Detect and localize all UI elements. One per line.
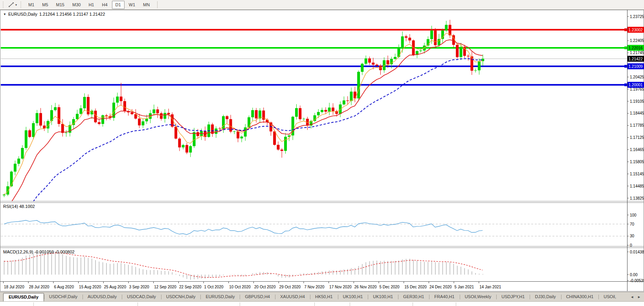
price-badge-text-resistance-green: 1.22016 [629,46,643,50]
chart-canvas[interactable]: 1.237251.224051.217451.204251.197651.191… [0,10,644,292]
svg-text:15 Dec 2020: 15 Dec 2020 [404,285,427,289]
chart-tab-xauusd-h4-7[interactable]: XAUUSD,H4 [275,292,310,301]
rsi-pane-label: RSI(14) 48.1002 [3,204,35,209]
svg-text:1.19105: 1.19105 [630,99,644,104]
chart-tab-usdcnh-daily-4[interactable]: USDCNH,Daily [161,292,201,301]
svg-text:1.23725: 1.23725 [630,15,644,19]
chart-window: 1.237251.224051.217451.204251.197651.191… [0,10,644,292]
price-badge-text-support-blue-1: 1.21009 [629,64,643,69]
level-handle-resistance-red[interactable] [624,28,627,31]
svg-text:20 Oct 2020: 20 Oct 2020 [254,285,276,289]
chart-tab-usoil--17[interactable]: USOil, [598,292,621,301]
caret-down-icon[interactable]: ▾ [15,3,17,7]
level-handle-resistance-green[interactable] [624,46,627,49]
svg-text:5 Jan 2021: 5 Jan 2021 [455,285,474,289]
chart-title: ▼ EURUSD,Daily 1.21264 1.21456 1.21147 1… [3,12,105,16]
chart-tab-eurusd-daily-5[interactable]: EURUSD,Daily [200,292,240,301]
svg-text:1.22405: 1.22405 [630,38,644,43]
svg-text:5 Dec 2020: 5 Dec 2020 [380,285,400,289]
svg-text:30: 30 [630,234,635,238]
chart-tab-usdjpy-h1-14[interactable]: USDJPY,H1 [496,292,530,301]
svg-text:10 Oct 2020: 10 Oct 2020 [229,285,251,289]
timeframe-button-m15[interactable]: M15 [53,1,68,9]
chart-frame [0,10,644,291]
svg-text:1.20425: 1.20425 [630,75,644,79]
timeframe-button-m30[interactable]: M30 [69,1,84,9]
chart-tab-eurusd-daily-0[interactable]: EURUSD,Daily [3,293,44,301]
status-bar [0,301,644,306]
svg-text:70: 70 [630,222,635,226]
rsi-line [4,220,483,235]
line-tool-button[interactable]: ▾ [7,1,18,8]
chart-tab-ger30-h1-11[interactable]: GER30,H1 [398,292,429,301]
price-badge-text-support-blue-2: 1.20001 [629,83,643,87]
svg-text:-0.005396: -0.005396 [630,279,644,283]
toolbar-grip-2[interactable] [20,2,22,8]
svg-text:1.14485: 1.14485 [630,184,644,188]
timeframe-button-m1[interactable]: M1 [25,1,38,9]
svg-text:1.18445: 1.18445 [630,111,644,115]
svg-text:0.014384: 0.014384 [630,250,644,254]
timeframe-button-m5[interactable]: M5 [39,1,51,9]
timeframe-button-h1[interactable]: H1 [85,1,97,9]
chart-tab-hk50-h1-8[interactable]: HK50,H1 [310,292,338,301]
date-axis: 18 Jul 202028 Jul 20206 Aug 202015 Aug 2… [4,282,501,289]
chart-tab-china300-h1-16[interactable]: CHINA300,H1 [561,292,599,301]
chart-tab-gbpusd-h4-6[interactable]: GBPUSD,H4 [240,292,275,301]
chart-tab-usdchf-daily-1[interactable]: USDCHF,Daily [44,292,83,301]
price-axis: 1.237251.224051.217451.204251.197651.191… [627,10,644,291]
collapse-triangle-icon[interactable]: ▼ [3,13,6,16]
svg-text:1.17785: 1.17785 [630,123,644,128]
svg-text:22 Sep 2020: 22 Sep 2020 [179,285,202,289]
svg-text:1.15805: 1.15805 [630,160,644,164]
tab-scroll-right-icon[interactable]: ► [636,294,642,300]
svg-text:15 Aug 2020: 15 Aug 2020 [79,285,101,289]
chart-tab-usoil-weekly-13[interactable]: USOil,Weekly [460,292,497,301]
svg-text:100: 100 [630,213,637,217]
svg-text:17 Nov 2020: 17 Nov 2020 [329,285,352,289]
rsi-indicator-name: RSI(14) [3,204,18,209]
svg-text:25 Aug 2020: 25 Aug 2020 [104,285,127,289]
timeframe-button-group: M1M5M15M30H1H4D1W1MN [24,1,154,9]
svg-text:29 Oct 2020: 29 Oct 2020 [279,285,301,289]
price-badge-text-current-bid: 1.21422 [629,57,643,61]
chart-symbol-label: EURUSD,Daily [8,12,37,16]
svg-text:7 Nov 2020: 7 Nov 2020 [304,285,325,289]
svg-text:1.17125: 1.17125 [630,135,644,140]
level-handle-support-blue-1[interactable] [624,65,627,68]
macd-indicator-values: -0.001059 -0.000802 [34,250,74,254]
timeframe-button-h4[interactable]: H4 [98,1,111,9]
chart-tab-dj30-daily-15[interactable]: DJ30,Daily [530,292,561,301]
svg-text:26 Nov 2020: 26 Nov 2020 [354,285,377,289]
svg-text:28 Jul 2020: 28 Jul 2020 [29,285,50,289]
timeframe-button-d1[interactable]: D1 [112,1,125,9]
toolbar-grip[interactable] [3,2,5,8]
svg-text:12 Sep 2020: 12 Sep 2020 [154,285,176,289]
chart-tab-uk100-h1-10[interactable]: UK100,H1 [368,292,398,301]
svg-text:24 Dec 2020: 24 Dec 2020 [429,285,452,289]
macd-indicator-name: MACD(12,26,9) [3,250,33,254]
tab-scroll-left-icon[interactable]: ◄ [629,294,635,300]
chart-tab-usdcad-daily-3[interactable]: USDCAD,Daily [122,292,161,301]
svg-text:3 Sep 2020: 3 Sep 2020 [129,285,150,289]
chart-ohlc-values: 1.21264 1.21456 1.21147 1.21422 [39,12,105,16]
chart-tab-uk100-h1-9[interactable]: UK100,H1 [338,292,368,301]
svg-text:6 Aug 2020: 6 Aug 2020 [54,285,74,289]
svg-text:18 Jul 2020: 18 Jul 2020 [4,285,24,289]
price-badge-text-resistance-red: 1.23002 [629,28,643,32]
line-tool-icon [8,2,15,7]
macd-pane-label: MACD(12,26,9) -0.001059 -0.000802 [3,250,75,254]
svg-text:1 Oct 2020: 1 Oct 2020 [204,285,224,289]
level-handle-support-blue-2[interactable] [624,84,627,86]
timeframe-button-w1[interactable]: W1 [125,1,139,9]
ma-fast-line [4,33,483,195]
svg-text:1.15145: 1.15145 [630,172,644,176]
chart-tab-audusd-daily-2[interactable]: AUDUSD,Daily [83,292,122,301]
svg-text:0.00: 0.00 [630,273,638,277]
svg-text:1.13825: 1.13825 [630,196,644,200]
timeframe-button-mn[interactable]: MN [139,1,153,9]
svg-text:1.16465: 1.16465 [630,148,644,152]
chart-tab-fra40-h1-12[interactable]: FRA40,H1 [429,292,459,301]
toolbar-separator [157,1,158,8]
tab-scroll-controls: ◄ ► [626,292,644,301]
